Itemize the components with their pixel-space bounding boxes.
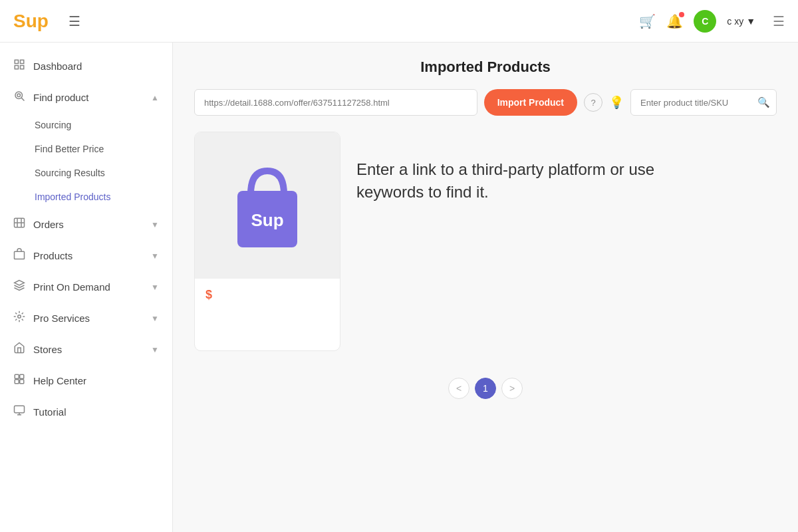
price-symbol: $ [205, 288, 212, 301]
sidebar-item-stores[interactable]: Stores ▼ [0, 334, 172, 365]
product-card: Sup $ [194, 132, 340, 351]
pagination-prev[interactable]: < [448, 378, 469, 399]
product-image: Sup [227, 158, 307, 254]
tutorial-label: Tutorial [33, 406, 66, 418]
dashboard-icon [13, 59, 25, 74]
search-input-wrap: 🔍 [630, 89, 777, 116]
svg-rect-10 [15, 374, 19, 378]
orders-icon [13, 217, 25, 232]
svg-rect-8 [15, 251, 25, 259]
svg-rect-14 [15, 406, 25, 413]
sidebar-item-print-on-demand[interactable]: Print On Demand ▼ [0, 271, 172, 303]
product-price-area: $ [195, 279, 340, 311]
menu-icon[interactable]: ☰ [68, 13, 80, 29]
content-area: Sup $ Enter a link to a third-party plat… [194, 132, 777, 351]
svg-rect-1 [21, 60, 24, 63]
notification-icon[interactable]: 🔔 [666, 13, 683, 29]
url-input[interactable] [194, 89, 477, 116]
sidebar-item-find-better-price[interactable]: Find Better Price [35, 137, 172, 161]
logo: Sup [13, 11, 49, 32]
products-label: Products [33, 250, 72, 261]
search-icon: 🔍 [757, 96, 770, 108]
products-chevron: ▼ [151, 251, 159, 261]
find-product-label: Find product [33, 92, 88, 103]
sidebar-item-help-center[interactable]: Help Center [0, 365, 172, 396]
header: Sup ☰ 🛒 🔔 C c xy ▼ ☰ [0, 0, 798, 43]
sidebar-item-find-product[interactable]: Find product ▲ [0, 82, 172, 113]
tutorial-icon [13, 404, 25, 420]
sku-input[interactable] [630, 89, 777, 116]
page-title: Imported Products [194, 59, 777, 76]
main-content: Imported Products Import Product ? 💡 🔍 [173, 43, 798, 532]
svg-rect-2 [15, 66, 18, 69]
empty-state-text: Enter a link to a third-party platform o… [356, 158, 676, 203]
products-icon [13, 248, 25, 263]
help-center-icon [13, 373, 25, 388]
header-right: 🛒 🔔 C c xy ▼ ☰ [639, 10, 785, 33]
pro-services-label: Pro Services [33, 313, 90, 324]
help-center-label: Help Center [33, 375, 86, 386]
import-product-button[interactable]: Import Product [484, 89, 577, 116]
svg-rect-11 [20, 374, 24, 378]
svg-point-4 [15, 92, 23, 99]
stores-icon [13, 342, 25, 357]
print-on-demand-chevron: ▼ [151, 283, 159, 292]
svg-text:Sup: Sup [251, 210, 283, 230]
svg-rect-12 [15, 380, 19, 384]
hamburger-right-icon[interactable]: ☰ [773, 13, 785, 29]
stores-chevron: ▼ [151, 345, 159, 354]
avatar[interactable]: C [694, 10, 716, 33]
sidebar-item-orders[interactable]: Orders ▼ [0, 209, 172, 240]
cart-icon[interactable]: 🛒 [639, 13, 656, 29]
pro-services-icon [13, 311, 25, 326]
pagination-page-1[interactable]: 1 [475, 378, 496, 399]
import-bar: Import Product ? 💡 🔍 [194, 89, 777, 116]
user-name[interactable]: c xy ▼ [727, 16, 755, 27]
sidebar-item-sourcing[interactable]: Sourcing [35, 113, 172, 137]
svg-point-5 [17, 94, 21, 97]
notification-dot [679, 12, 684, 17]
print-on-demand-label: Print On Demand [33, 281, 110, 293]
pro-services-chevron: ▼ [151, 314, 159, 323]
sidebar-item-products[interactable]: Products ▼ [0, 240, 172, 271]
layout: Dashboard Find product ▲ Sourcing Find B… [0, 43, 798, 532]
sidebar: Dashboard Find product ▲ Sourcing Find B… [0, 43, 173, 532]
sidebar-item-sourcing-results[interactable]: Sourcing Results [35, 161, 172, 185]
product-image-area: Sup [195, 132, 340, 279]
svg-rect-3 [21, 66, 24, 69]
find-product-chevron: ▲ [151, 93, 159, 102]
help-icon[interactable]: ? [584, 93, 602, 112]
sidebar-item-pro-services[interactable]: Pro Services ▼ [0, 303, 172, 334]
orders-label: Orders [33, 219, 64, 230]
find-product-icon [13, 90, 25, 105]
pagination-next[interactable]: > [501, 378, 523, 399]
dashboard-label: Dashboard [33, 61, 82, 72]
sidebar-item-tutorial[interactable]: Tutorial [0, 396, 172, 428]
pagination: < 1 > [194, 378, 777, 399]
empty-state: Enter a link to a third-party platform o… [356, 132, 777, 203]
svg-point-9 [18, 315, 21, 319]
print-on-demand-icon [13, 279, 25, 295]
sidebar-item-imported-products[interactable]: Imported Products [35, 185, 172, 209]
stores-label: Stores [33, 344, 62, 355]
svg-rect-13 [20, 380, 24, 384]
sidebar-item-dashboard[interactable]: Dashboard [0, 51, 172, 82]
svg-rect-0 [15, 60, 18, 63]
orders-chevron: ▼ [151, 220, 159, 229]
svg-line-6 [21, 98, 24, 100]
bulb-icon[interactable]: 💡 [609, 95, 624, 110]
submenu-find-product: Sourcing Find Better Price Sourcing Resu… [0, 113, 172, 209]
